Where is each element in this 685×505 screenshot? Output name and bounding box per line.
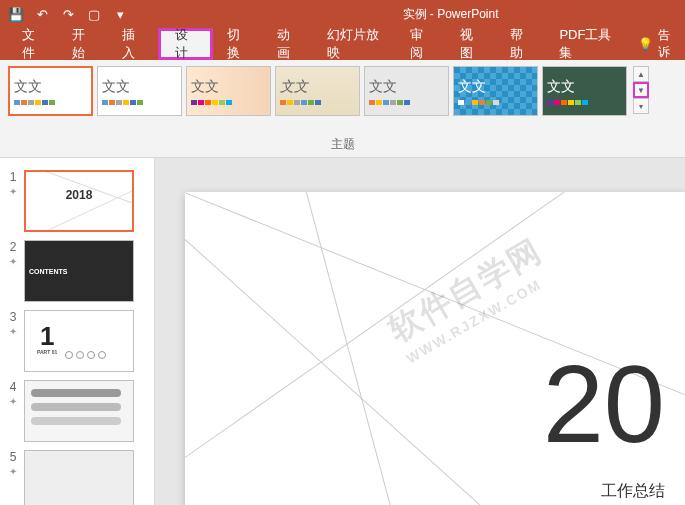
tab-home[interactable]: 开始 bbox=[58, 28, 108, 60]
gallery-more-button[interactable]: ▾ bbox=[633, 98, 649, 114]
theme-sample-text: 文文 bbox=[102, 78, 130, 96]
slide-thumb-3[interactable]: 3 ✦ 1 PART 01 bbox=[0, 306, 154, 376]
tab-review[interactable]: 审阅 bbox=[396, 28, 446, 60]
slide-number: 5 ✦ bbox=[6, 450, 20, 505]
more-icon: ▾ bbox=[639, 102, 643, 111]
bulb-icon: 💡 bbox=[638, 37, 653, 51]
theme-colors bbox=[547, 100, 622, 105]
slide-thumbnail-panel[interactable]: 1 ✦ 2018 2 ✦ CONTENTS 3 ✦ 1 bbox=[0, 158, 155, 505]
theme-sample-text: 文文 bbox=[280, 78, 308, 96]
theme-office[interactable]: 文文 bbox=[8, 66, 93, 116]
transition-star-icon: ✦ bbox=[9, 466, 17, 477]
theme-item-4[interactable]: 文文 bbox=[275, 66, 360, 116]
thumb-big-number: 1 bbox=[40, 321, 54, 352]
thumb-year: 2018 bbox=[66, 188, 93, 202]
slide-preview[interactable]: 2018 bbox=[24, 170, 134, 232]
theme-item-3[interactable]: 文文 bbox=[186, 66, 271, 116]
tab-animations[interactable]: 动画 bbox=[263, 28, 313, 60]
theme-colors bbox=[102, 100, 177, 105]
tab-file[interactable]: 文件 bbox=[8, 28, 58, 60]
tab-view[interactable]: 视图 bbox=[446, 28, 496, 60]
theme-item-7[interactable]: 文文 bbox=[542, 66, 627, 116]
tab-design[interactable]: 设计 bbox=[158, 28, 214, 60]
tab-insert[interactable]: 插入 bbox=[108, 28, 158, 60]
chevron-up-icon: ▲ bbox=[637, 70, 645, 79]
transition-star-icon: ✦ bbox=[9, 396, 17, 407]
theme-item-2[interactable]: 文文 bbox=[97, 66, 182, 116]
redo-button[interactable]: ↷ bbox=[56, 2, 80, 26]
theme-colors bbox=[458, 100, 533, 105]
slide-thumb-4[interactable]: 4 ✦ bbox=[0, 376, 154, 446]
slide-thumb-2[interactable]: 2 ✦ CONTENTS bbox=[0, 236, 154, 306]
gallery-down-button[interactable]: ▼ bbox=[633, 82, 649, 98]
tab-transitions[interactable]: 切换 bbox=[213, 28, 263, 60]
slide-number: 1 ✦ bbox=[6, 170, 20, 232]
theme-sample-text: 文文 bbox=[547, 78, 575, 96]
tab-pdf-tools[interactable]: PDF工具集 bbox=[545, 28, 628, 60]
start-from-beginning-button[interactable]: ▢ bbox=[82, 2, 106, 26]
theme-item-5[interactable]: 文文 bbox=[364, 66, 449, 116]
themes-group-label: 主题 bbox=[0, 136, 685, 157]
undo-button[interactable]: ↶ bbox=[30, 2, 54, 26]
slide-preview[interactable]: CONTENTS bbox=[24, 240, 134, 302]
theme-colors bbox=[191, 100, 266, 105]
theme-colors bbox=[14, 100, 87, 105]
transition-star-icon: ✦ bbox=[9, 186, 17, 197]
theme-colors bbox=[280, 100, 355, 105]
gallery-scroll-controls: ▲ ▼ ▾ bbox=[633, 66, 649, 114]
slide-subtitle-text[interactable]: 工作总结 bbox=[601, 481, 665, 502]
document-title: 实例 - PowerPoint bbox=[403, 6, 499, 23]
tab-help[interactable]: 帮助 bbox=[496, 28, 546, 60]
theme-item-6[interactable]: 文文 bbox=[453, 66, 538, 116]
ribbon-tabs: 文件 开始 插入 设计 切换 动画 幻灯片放映 审阅 视图 帮助 PDF工具集 … bbox=[0, 28, 685, 60]
themes-gallery: 文文 文文 文文 文文 文文 文文 文文 ▲ ▼ ▾ bbox=[0, 60, 685, 122]
theme-sample-text: 文文 bbox=[14, 78, 42, 96]
tab-slideshow[interactable]: 幻灯片放映 bbox=[313, 28, 396, 60]
chevron-down-icon: ▼ bbox=[637, 86, 645, 95]
slide-number: 2 ✦ bbox=[6, 240, 20, 302]
transition-star-icon: ✦ bbox=[9, 256, 17, 267]
thumb-part-label: PART 01 bbox=[37, 349, 57, 355]
slide-thumb-1[interactable]: 1 ✦ 2018 bbox=[0, 166, 154, 236]
qat-more-button[interactable]: ▾ bbox=[108, 2, 132, 26]
tell-me-search[interactable]: 💡 告诉 bbox=[628, 28, 685, 60]
ribbon-panel-design: 文文 文文 文文 文文 文文 文文 文文 ▲ ▼ ▾ bbox=[0, 60, 685, 158]
slide-thumb-5[interactable]: 5 ✦ bbox=[0, 446, 154, 505]
slide-number: 3 ✦ bbox=[6, 310, 20, 372]
tell-me-label: 告诉 bbox=[658, 27, 675, 61]
slide-preview[interactable] bbox=[24, 380, 134, 442]
theme-sample-text: 文文 bbox=[369, 78, 397, 96]
slide-editor-area[interactable]: 20 工作总结 软件自学网 WWW.RJZXW.COM bbox=[155, 158, 685, 505]
slide-preview[interactable] bbox=[24, 450, 134, 505]
thumb-circles-icon bbox=[65, 351, 106, 359]
slide-title-text[interactable]: 20 bbox=[543, 340, 665, 467]
theme-sample-text: 文文 bbox=[191, 78, 219, 96]
title-bar: 💾 ↶ ↷ ▢ ▾ 实例 - PowerPoint bbox=[0, 0, 685, 28]
gallery-up-button[interactable]: ▲ bbox=[633, 66, 649, 82]
workspace: 1 ✦ 2018 2 ✦ CONTENTS 3 ✦ 1 bbox=[0, 158, 685, 505]
slide-canvas[interactable]: 20 工作总结 bbox=[185, 192, 685, 506]
quick-access-toolbar: 💾 ↶ ↷ ▢ ▾ bbox=[4, 2, 132, 26]
thumb-contents-label: CONTENTS bbox=[29, 268, 68, 275]
slide-number: 4 ✦ bbox=[6, 380, 20, 442]
theme-sample-text: 文文 bbox=[458, 78, 486, 96]
save-button[interactable]: 💾 bbox=[4, 2, 28, 26]
transition-star-icon: ✦ bbox=[9, 326, 17, 337]
slide-preview[interactable]: 1 PART 01 bbox=[24, 310, 134, 372]
theme-colors bbox=[369, 100, 444, 105]
